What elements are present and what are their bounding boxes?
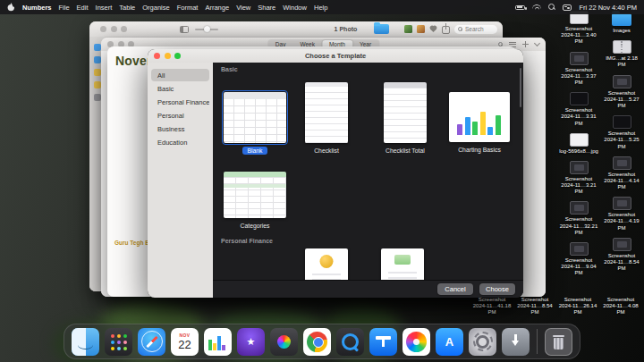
search-input[interactable]: Search	[454, 25, 497, 34]
minimize-button[interactable]	[111, 26, 117, 32]
menu-arrange[interactable]: Arrange	[205, 4, 229, 12]
control-center-icon[interactable]	[563, 4, 572, 11]
quicktime-dock-icon[interactable]	[336, 328, 364, 356]
menu-help[interactable]: Help	[314, 4, 327, 12]
wifi-icon[interactable]	[532, 4, 541, 11]
numbers-dock-icon[interactable]	[204, 328, 232, 356]
category-education[interactable]: Education	[151, 136, 209, 148]
template-charting-basics-thumbnail	[449, 92, 510, 142]
category-personal[interactable]: Personal	[151, 109, 209, 122]
category-all[interactable]: All	[151, 69, 209, 81]
menu-format[interactable]: Format	[177, 4, 199, 12]
template-categories-label: Categories	[236, 222, 275, 230]
app-store-dock-icon[interactable]	[436, 328, 463, 356]
desktop-file[interactable]: Screenshot 2024-11…32.21 PM	[558, 201, 599, 236]
desktop-file[interactable]: Screenshot 2024-11…3.31 PM	[558, 92, 599, 127]
category-basic[interactable]: Basic	[151, 82, 209, 95]
desktop-file[interactable]: IMG…at 2.18 PM	[601, 40, 642, 68]
photo-thumbnail-icon[interactable]	[404, 25, 412, 33]
menu-app-name[interactable]: Numbers	[22, 4, 52, 12]
category-personal-finance[interactable]: Personal Finance	[151, 96, 209, 108]
desktop-icon-column-2: Images IMG…at 2.18 PM Screenshot 2024-11…	[601, 11, 642, 272]
template-charting-basics[interactable]: Charting Basics	[449, 92, 510, 154]
close-button[interactable]	[154, 53, 160, 59]
template-checklist-total[interactable]: Checklist Total	[381, 82, 429, 155]
memories-icon[interactable]	[94, 56, 101, 63]
desktop-file[interactable]: Screenshot 2024-11…4.19 PM	[601, 197, 642, 232]
battery-icon[interactable]	[515, 5, 525, 10]
desktop-file[interactable]: log-5696x8…jpg	[558, 133, 599, 155]
template-categories[interactable]: Categories	[224, 172, 286, 230]
template-blank[interactable]: Blank	[224, 92, 286, 155]
desktop-file[interactable]: Screenshot 2024-11…26.14 PM	[558, 297, 597, 316]
imovie-dock-icon[interactable]	[237, 328, 265, 356]
spotlight-icon[interactable]	[548, 4, 555, 11]
desktop-file[interactable]: Screenshot 2024-11…3.37 PM	[558, 52, 599, 87]
minimize-button[interactable]	[165, 53, 171, 59]
zoom-button[interactable]	[174, 53, 181, 59]
favorite-icon[interactable]	[430, 26, 436, 32]
finder-dock-icon[interactable]	[72, 328, 99, 356]
calendar-day-label: 22	[178, 339, 191, 350]
trash-dock-icon[interactable]	[545, 328, 572, 356]
cancel-button[interactable]: Cancel	[437, 283, 473, 295]
close-button[interactable]	[100, 26, 106, 32]
add-icon[interactable]	[522, 41, 529, 47]
desktop-file[interactable]: Screenshot 2024-11…41.18 PM	[472, 297, 512, 316]
menu-view[interactable]: View	[236, 4, 250, 12]
photo-thumbnail-icon[interactable]	[417, 25, 425, 33]
desktop-file[interactable]: Screenshot 2024-11…9.04 PM	[558, 242, 599, 277]
screenshot-file-icon	[570, 161, 589, 174]
desktop-file[interactable]: Screenshot 2024-11…8.54 PM	[515, 297, 555, 316]
window-controls	[100, 26, 127, 32]
dialog-titlebar[interactable]: Choose a Template	[148, 49, 523, 63]
menu-insert[interactable]: Insert	[96, 4, 113, 12]
album-folder-icon[interactable]	[94, 81, 101, 88]
search-placeholder: Search	[465, 26, 484, 32]
desktop-file[interactable]: Screenshot 2024-11…8.54 PM	[601, 238, 642, 273]
keynote-dock-icon[interactable]	[369, 328, 397, 356]
menu-table[interactable]: Table	[119, 4, 135, 12]
downloads-dock-icon[interactable]	[502, 328, 530, 356]
desktop-file[interactable]: Screenshot 2024-11…5.27 PM	[601, 75, 642, 110]
calendar-dock-icon[interactable]: NOV 22	[171, 328, 199, 356]
menu-organise[interactable]: Organise	[142, 4, 169, 12]
chrome-dock-icon[interactable]	[303, 328, 331, 356]
zoom-button[interactable]	[121, 26, 127, 32]
system-settings-dock-icon[interactable]	[469, 328, 496, 356]
desktop-file[interactable]: Screenshot 2024-11…3.21 PM	[558, 161, 599, 196]
template-chooser-dialog: Choose a Template All Basic Personal Fin…	[148, 49, 523, 298]
folder-icon[interactable]	[374, 24, 389, 34]
menu-file[interactable]: File	[59, 4, 70, 12]
photos-dock-icon[interactable]	[402, 328, 430, 356]
desktop-icon-column-1: Screenshot 2024-11…3.40 PM Screenshot 20…	[558, 11, 599, 277]
desktop-file[interactable]: Screenshot 2024-11…3.40 PM	[558, 11, 599, 46]
choose-button[interactable]: Choose	[479, 283, 515, 295]
template-category-sidebar: All Basic Personal Finance Personal Busi…	[148, 63, 213, 298]
desktop-file[interactable]: Screenshot 2024-11…5.25 PM	[601, 115, 642, 150]
desktop-file[interactable]: Screenshot 2024-11…4.08 PM	[601, 297, 640, 316]
photo-booth-dock-icon[interactable]	[270, 328, 298, 356]
album-folder-icon[interactable]	[94, 69, 101, 76]
apple-menu[interactable]	[7, 3, 15, 12]
launchpad-dock-icon[interactable]	[105, 328, 132, 356]
image-file-icon	[570, 133, 589, 147]
chevron-down-icon[interactable]	[534, 40, 540, 46]
menu-edit[interactable]: Edit	[77, 4, 89, 12]
sidebar-toggle-icon[interactable]	[180, 26, 189, 33]
desktop-file[interactable]: Screenshot 2024-11…4.14 PM	[601, 156, 642, 191]
zoom-slider[interactable]	[195, 29, 218, 30]
share-icon[interactable]	[442, 26, 450, 34]
screenshot-file-icon	[613, 197, 631, 210]
scrollbar[interactable]	[520, 68, 522, 107]
menu-window[interactable]: Window	[283, 4, 307, 12]
menu-clock[interactable]: Fri 22 Nov 4:40 PM	[579, 4, 637, 12]
category-business[interactable]: Business	[151, 122, 209, 135]
library-icon[interactable]	[94, 44, 101, 51]
menu-share[interactable]: Share	[258, 4, 275, 12]
template-checklist[interactable]: Checklist	[305, 82, 348, 155]
safari-dock-icon[interactable]	[138, 328, 165, 356]
photos-toolbar[interactable]: 1 Photo Search	[89, 21, 503, 37]
screenshot-file-icon	[613, 156, 631, 170]
trash-album-icon[interactable]	[94, 94, 101, 101]
